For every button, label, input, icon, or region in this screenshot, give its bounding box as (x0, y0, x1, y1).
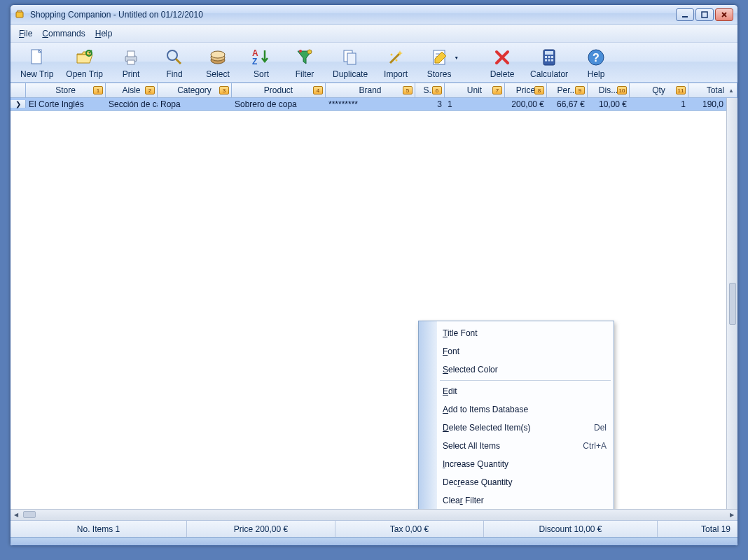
col-qty[interactable]: Qty11 (630, 83, 688, 97)
calculator-button[interactable]: Calculator (525, 46, 574, 80)
cell-discount[interactable]: 10,00 € (588, 99, 630, 109)
row-indicator-icon[interactable]: ❯ (11, 100, 26, 108)
cell-aisle[interactable]: Sección de ca (106, 99, 158, 109)
printer-icon (120, 47, 141, 68)
svg-rect-6 (127, 51, 134, 57)
cell-qty[interactable]: 1 (630, 99, 688, 109)
menu-help[interactable]: Help (91, 27, 117, 40)
status-discount: Discount 10,00 € (484, 521, 658, 537)
scroll-up-icon[interactable]: ▲ (728, 88, 734, 94)
menu-commands[interactable]: Commands (38, 27, 89, 40)
ctx-selected-color[interactable]: Selected Color (419, 360, 614, 379)
svg-point-11 (211, 51, 225, 58)
col-brand[interactable]: Brand5 (326, 83, 415, 97)
svg-rect-26 (545, 59, 547, 62)
vertical-scrollbar[interactable] (726, 98, 737, 509)
help-icon: ? (586, 47, 607, 68)
ctx-edit[interactable]: Edit (419, 382, 614, 400)
scroll-right-icon[interactable]: ▶ (726, 510, 737, 520)
col-store[interactable]: Store1 (26, 83, 106, 97)
notepad-icon (429, 47, 450, 68)
cell-category[interactable]: Ropa (158, 99, 232, 109)
new-trip-button[interactable]: New Trip (15, 46, 59, 80)
col-unit[interactable]: Unit7 (445, 83, 505, 97)
col-total[interactable]: Total▲ (688, 83, 737, 97)
ctx-title-font[interactable]: Title Font (419, 324, 614, 342)
ctx-decrease-qty[interactable]: Decrease Quantity (419, 473, 614, 491)
scrollbar-thumb[interactable] (729, 283, 736, 325)
svg-text:?: ? (593, 52, 600, 64)
col-size[interactable]: S...6 (415, 83, 445, 97)
filter-button[interactable]: Filter (284, 46, 326, 80)
cell-product[interactable]: Sobrero de copa (232, 99, 326, 109)
delete-x-icon (492, 47, 513, 68)
ctx-add-db[interactable]: Add to Items Database (419, 400, 614, 419)
status-total: Total 19 (658, 521, 737, 537)
horizontal-scrollbar[interactable]: ◀ ▶ (11, 509, 737, 520)
cell-per[interactable]: 66,67 € (547, 99, 588, 109)
svg-point-14 (307, 50, 312, 54)
col-discount[interactable]: Dis...10 (588, 83, 630, 97)
find-button[interactable]: Find (153, 46, 195, 80)
ctx-select-all[interactable]: Select All ItemsCtrl+A (419, 437, 614, 455)
cell-size[interactable]: 3 (415, 99, 445, 109)
row-selector-header[interactable] (11, 83, 26, 97)
title-bar[interactable]: Shopping Companion - Untitled on 01/12/2… (11, 5, 737, 24)
duplicate-button[interactable]: Duplicate (327, 46, 373, 80)
cell-store[interactable]: El Corte Inglés (26, 99, 106, 109)
delete-button[interactable]: Delete (481, 46, 523, 80)
scroll-left-icon[interactable]: ◀ (11, 510, 22, 520)
svg-point-15 (299, 50, 302, 52)
svg-rect-1 (682, 16, 688, 18)
print-button[interactable]: Print (110, 46, 152, 80)
import-button[interactable]: Import (375, 46, 417, 80)
ctx-clear-filter[interactable]: Clear Filter (419, 491, 614, 509)
maximize-button[interactable] (695, 8, 714, 21)
scrollbar-track[interactable] (22, 510, 726, 520)
col-per[interactable]: Per...9 (547, 83, 588, 97)
cell-price[interactable]: 200,00 € (505, 99, 547, 109)
badge-icon: 2 (145, 86, 155, 94)
badge-icon: 10 (617, 86, 627, 94)
svg-point-18 (391, 54, 393, 56)
close-button[interactable] (715, 8, 733, 21)
col-price[interactable]: Price8 (505, 83, 547, 97)
badge-icon: 4 (313, 86, 323, 94)
badge-icon: 7 (492, 86, 502, 94)
column-headers: Store1 Aisle2 Category3 Product4 Brand5 … (11, 83, 737, 98)
badge-icon: 8 (534, 86, 544, 94)
status-price: Price 200,00 € (187, 521, 335, 537)
svg-rect-17 (347, 53, 356, 64)
ctx-delete-selected[interactable]: Delete Selected Item(s)Del (419, 419, 614, 437)
magnifier-icon (164, 47, 185, 68)
wand-icon (385, 47, 406, 68)
data-grid[interactable]: ❯ El Corte Inglés Sección de ca Ropa Sob… (11, 98, 737, 509)
stores-button[interactable]: Stores ▼ (418, 46, 460, 80)
open-trip-button[interactable]: Open Trip (60, 46, 109, 80)
table-row[interactable]: ❯ El Corte Inglés Sección de ca Ropa Sob… (11, 98, 737, 111)
cell-brand[interactable]: ********* (326, 99, 415, 109)
col-product[interactable]: Product4 (232, 83, 326, 97)
ctx-increase-qty[interactable]: Increase Quantity (419, 455, 614, 473)
svg-rect-2 (702, 12, 707, 18)
status-tax: Tax 0,00 € (335, 521, 484, 537)
svg-rect-28 (551, 59, 553, 62)
menu-file[interactable]: File (15, 27, 36, 40)
help-button[interactable]: ? Help (575, 46, 617, 80)
col-aisle[interactable]: Aisle2 (106, 83, 158, 97)
open-folder-icon (74, 47, 95, 68)
select-button[interactable]: Select (197, 46, 239, 80)
col-category[interactable]: Category3 (158, 83, 232, 97)
svg-point-19 (396, 59, 398, 62)
ctx-font[interactable]: Font (419, 342, 614, 360)
badge-icon: 11 (676, 86, 686, 94)
calculator-icon (539, 47, 560, 68)
svg-rect-24 (548, 56, 550, 58)
cell-unit[interactable]: 1 (445, 99, 505, 109)
minimize-button[interactable] (676, 8, 694, 21)
select-icon (207, 47, 228, 68)
bottom-strip (11, 537, 737, 545)
sort-button[interactable]: AZ Sort (240, 46, 282, 80)
stores-dropdown-icon[interactable]: ▼ (454, 55, 459, 60)
scrollbar-thumb[interactable] (23, 511, 36, 518)
